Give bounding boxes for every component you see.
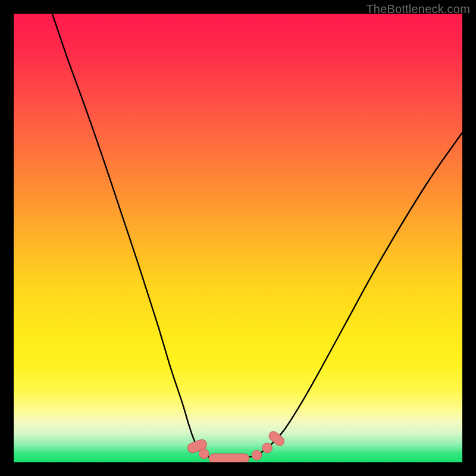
curve-marker xyxy=(199,449,209,459)
curve-marker xyxy=(209,454,249,462)
chart-overlay xyxy=(14,14,462,462)
watermark-text: TheBottleneck.com xyxy=(366,2,470,16)
curve-marker xyxy=(252,450,262,461)
chart-frame: TheBottleneck.com xyxy=(0,0,476,476)
curve-marker xyxy=(186,438,208,454)
chart-plot-area xyxy=(14,14,462,462)
curve-markers xyxy=(186,430,286,462)
bottleneck-curve xyxy=(52,14,462,459)
curve-marker xyxy=(267,430,286,447)
curve-marker xyxy=(262,443,273,453)
